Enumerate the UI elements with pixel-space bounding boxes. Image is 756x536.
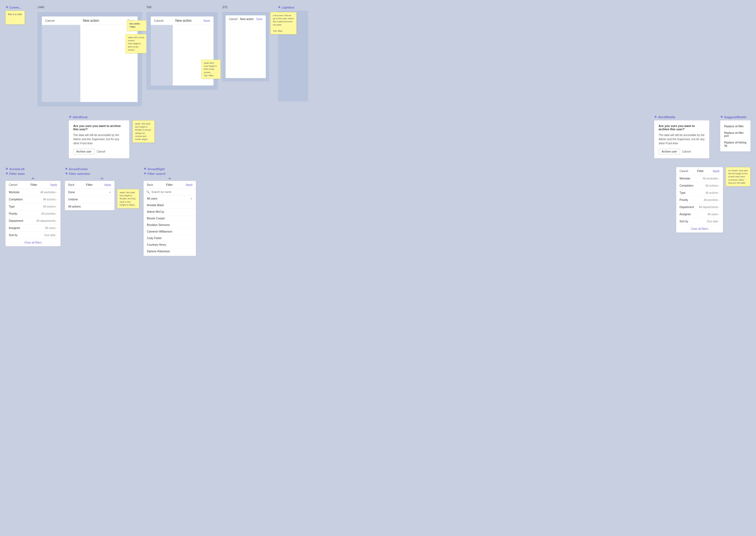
filter-main-cancel[interactable]: Cancel [9,183,17,186]
middle-row: Alert/Desk Are you sure you want to arch… [6,115,750,158]
alert-desk-actions: Archive user Cancel [73,149,125,154]
done-check-icon: ✓ [109,191,111,194]
modal-375-cancel[interactable]: Cancel [229,17,237,20]
user-list-item[interactable]: Cody Fisher [144,235,196,242]
modal-375-save[interactable]: Save [256,17,263,20]
alert-desk-body: The data will still be accessible by the… [73,133,125,146]
alert-mobile-cancel-btn[interactable]: Cancel [682,149,691,154]
mobile-filter-panel[interactable]: Cancel Filter Apply WorksiteAll worksite… [676,167,723,233]
user-list-item[interactable]: Annette Black [144,202,196,209]
filter-row[interactable]: WorksiteAll worksites › [676,175,723,182]
alert-desk-archive-btn[interactable]: Archive user [73,149,95,154]
user-list-item[interactable]: All users✓ [144,195,196,202]
filter-all-actions-item[interactable]: All actions [65,203,115,210]
suggest-item[interactable]: Replace oil filter [724,123,747,130]
filter-main-header: Cancel Filter Apply [6,181,60,189]
alert-desk-cancel-btn[interactable]: Cancel [97,149,105,154]
filter-row[interactable]: TypeAll actions › [676,189,723,196]
filter-row[interactable]: PriorityAll priorities › [6,210,60,218]
mobile-filter-cancel[interactable]: Cancel [679,170,688,173]
filter-main-clear[interactable]: Clear all filters [6,239,60,246]
frame-1440-section: 1440 Cancel New action Save this [37,6,142,106]
mobile-filter-rows: WorksiteAll worksites ›CompletionAll act… [676,175,723,225]
alert-mobile-body: The data will still be accessible by the… [659,133,705,146]
user-list-item[interactable]: Cameron Williamson [144,228,196,235]
suggest-item[interactable]: Replace oil filter port [724,130,747,139]
modal-375: Cancel New action Save [226,16,266,78]
filter-done-item[interactable]: Done ✓ [65,189,115,196]
mobile-filter-clear[interactable]: Clear all filters [676,225,723,233]
user-list-item[interactable]: Brooklyn Simmons [144,222,196,228]
mobile-filter-section: Cancel Filter Apply WorksiteAll worksite… [676,167,750,233]
filter-row[interactable]: Sort byDue date › [676,218,723,225]
user-list-item[interactable]: Arlene McCoy [144,209,196,215]
frame-375-section: 375 If less than 768 we go to this view,… [222,6,269,82]
filter-center-sticky: width: 504 (half-ish) height is flexible… [117,189,139,208]
page-layout: Comm... this is a note 1440 Cancel New a… [6,6,750,256]
arrow-up-icon [31,177,35,179]
filter-row[interactable]: PriorityAll priorities › [676,196,723,204]
alert-mobile-heading: Are you sure you want to archive this us… [659,124,705,131]
filter-row[interactable]: CompletionAll actions › [676,182,723,189]
filter-selection-title: Filter selection [65,172,139,175]
filter-selection-apply[interactable]: Apply [104,183,111,186]
filter-search-back[interactable]: Back [147,183,153,186]
filter-row[interactable]: TypeAll actions › [6,203,60,210]
filter-search-label: Filter [166,183,172,186]
user-list-item[interactable]: Bessie Cooper [144,215,196,222]
user-list-item[interactable]: Darrell Steward [144,255,196,256]
modal-375-title: New action [240,17,253,20]
frame-375: If less than 768 we go to this view, whe… [222,12,269,82]
arrow-right-section: Arrow/Right Filter search Back Filter Ap… [144,167,196,256]
sticky-1440-2: width 30% of the screen max height is 80… [126,34,147,53]
modal-768-title: New action [175,19,192,22]
filter-row[interactable]: DepartmentAll departments › [6,218,60,224]
comm-sticky: this is a note [6,11,25,24]
user-list-item[interactable]: Darlene Robertson [144,248,196,255]
mobile-filter-apply[interactable]: Apply [713,170,720,173]
filter-search-title: Filter search [144,172,196,175]
modal-768-save[interactable]: Save [203,19,210,22]
filter-selection-back[interactable]: Back [68,183,74,186]
frame-768-section: 768 Cancel New action Save width 80% max [146,6,218,90]
alert-mobile-archive-btn[interactable]: Archive user [659,149,680,154]
sticky-1440-1: this width: 718px [127,20,147,31]
comm-section: Comm... this is a note [6,6,33,24]
alert-mobile-title: Alert/Mobile [654,115,709,119]
arrow-left-title: Arrow/Left [6,167,60,171]
frame-768-label: 768 [146,6,218,9]
search-input[interactable] [151,190,193,193]
filter-row[interactable]: CompletionAll actions › [6,196,60,203]
suggest-item[interactable]: Replace oil fishing rig [724,139,747,149]
filter-row[interactable]: AssigneeAll users › [6,224,60,232]
filter-main-panel[interactable]: Cancel Filter Apply WorksiteAll worksite… [6,181,60,246]
frame-1440: Cancel New action Save this width: 718px… [37,12,142,106]
filter-search-apply[interactable]: Apply [186,183,193,186]
alert-mobile-actions: Archive user Cancel [659,149,705,154]
filter-row[interactable]: AssigneeAll users › [676,211,723,218]
arrow-left-indicator [6,177,60,180]
user-list-item[interactable]: Courtney Henry [144,242,196,248]
frame-375-label: 375 [222,6,269,9]
filter-undone-item[interactable]: Undone [65,196,115,203]
modal-1440-cancel[interactable]: Cancel [45,19,54,22]
filter-row[interactable]: Sort byDue date › [6,232,60,239]
filter-main-title: Filter main [6,172,60,175]
mobile-filter-sticky: on mobile, they take the full height of … [726,167,750,186]
suggest-mobile-section: Suggest/Mobile Replace oil filterReplace… [720,115,750,151]
arrow-center-title: Arrow/Center [65,167,139,171]
search-box: 🔍 [144,189,196,195]
filter-row[interactable]: WorksiteAll worksites › [6,189,60,196]
filter-row[interactable]: DepartmentAll departments › [676,204,723,211]
lightbox-title: Lightbox [278,6,308,9]
filter-main-apply[interactable]: Apply [50,183,57,186]
arrow-right-title: Arrow/Right [144,167,196,171]
filter-selection-label: Filter [86,183,92,186]
filter-search-panel[interactable]: Back Filter Apply 🔍 All users✓Annette Bl… [144,181,196,256]
alert-desk-section: Alert/Desk Are you sure you want to arch… [69,115,155,158]
alert-desk-card: Are you sure you want to archive this us… [69,120,129,158]
arrow-center-section: Arrow/Center Filter selection Back Filte… [65,167,139,210]
arrow-left-section: Arrow/Left Filter main Cancel Filter App… [6,167,60,246]
modal-768-cancel[interactable]: Cancel [154,19,163,22]
filter-selection-panel[interactable]: Back Filter Apply Done ✓ Undone All acti… [65,181,115,210]
